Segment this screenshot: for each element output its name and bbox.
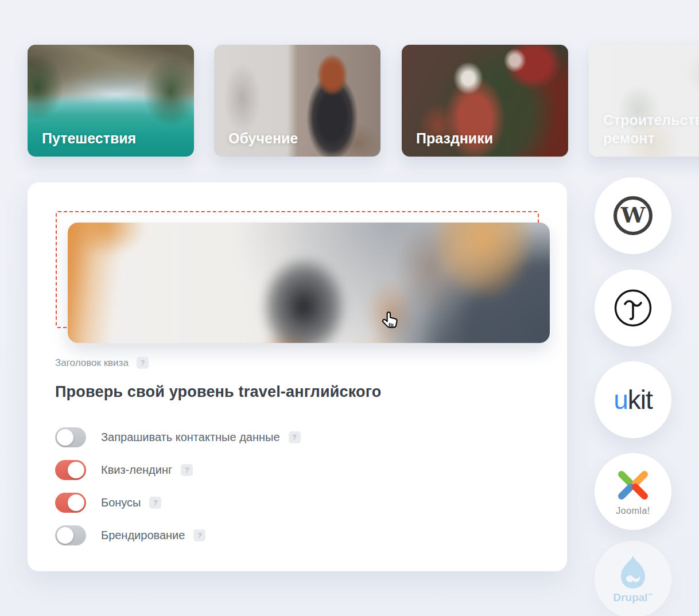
platform-joomla-button[interactable]: Joomla! [595,453,671,530]
cover-caption-label: Заголовок квиза [55,357,129,369]
help-icon[interactable]: ? [137,357,149,369]
help-icon[interactable]: ? [181,464,193,476]
category-label: Путешествия [42,129,184,147]
help-icon[interactable]: ? [289,431,301,443]
tilda-icon [613,288,653,328]
toggle-label: Бонусы [101,496,141,509]
cover-photo [68,223,550,343]
toggle-knob [68,462,84,478]
toggle-row-branding: Брендирование ? [55,525,301,545]
category-label: Праздники [416,129,558,147]
category-label: Обучение [228,129,370,147]
toggle-label: Запрашивать контактные данные [101,431,280,444]
category-card-holidays[interactable]: Праздники [402,45,568,157]
drupal-label: Drupal™ [613,591,653,604]
category-card-travel[interactable]: Путешествия [28,45,194,157]
toggle-row-contacts: Запрашивать контактные данные ? [55,427,301,447]
help-icon[interactable]: ? [193,529,205,541]
category-card-education[interactable]: Обучение [214,45,380,157]
wordpress-icon: W [613,196,653,236]
toggle-quiz-landing[interactable] [55,460,86,480]
toggle-label: Квиз-лендинг [101,463,172,477]
toggle-label: Брендирование [101,529,185,542]
quiz-title-input[interactable]: Проверь свой уровень travel-английского [55,383,537,401]
category-card-construction[interactable]: Строительство и ремонт [589,45,699,157]
platform-wordpress-button[interactable]: W [595,177,671,254]
svg-text:W: W [620,202,646,228]
hand-cursor-icon [378,310,401,333]
drupal-icon [616,555,650,590]
help-icon[interactable]: ? [149,497,161,509]
joomla-icon [613,467,653,504]
toggle-request-contacts[interactable] [55,427,86,447]
quiz-cover-image[interactable] [68,223,550,343]
toggle-knob [57,527,73,544]
platform-ukit-button[interactable]: ukit [595,361,671,438]
quiz-editor-panel: Заголовок квиза ? Проверь свой уровень t… [28,182,567,571]
settings-toggle-list: Запрашивать контактные данные ? Квиз-лен… [55,427,301,545]
toggle-bonuses[interactable] [55,493,86,513]
platform-drupal-button[interactable]: Drupal™ [595,541,671,616]
toggle-row-quiz-landing: Квиз-лендинг ? [55,460,301,480]
ukit-logo: ukit [613,384,653,415]
toggle-row-bonuses: Бонусы ? [55,493,301,513]
joomla-label: Joomla! [616,506,650,516]
toggle-knob [68,494,84,511]
toggle-branding[interactable] [55,525,86,545]
platform-tilda-button[interactable] [595,270,671,346]
toggle-knob [57,429,73,446]
edge-fade-overlay [589,45,699,157]
